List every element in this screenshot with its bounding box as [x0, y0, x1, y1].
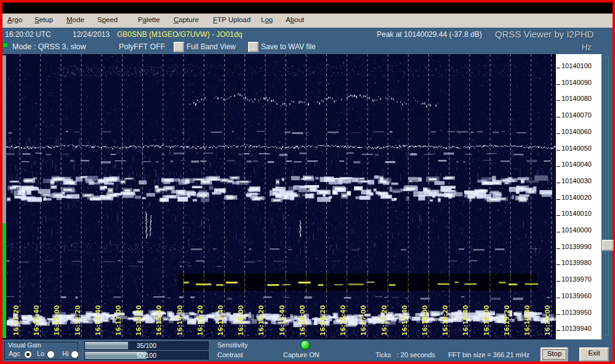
frequency-scale: 1014010010140090101400801014007010140060…: [556, 54, 601, 339]
stop-button[interactable]: Stop: [541, 347, 568, 362]
freq-tick: [557, 248, 560, 249]
full-band-view-checkbox[interactable]: [174, 42, 184, 52]
freq-label: 10140050: [561, 144, 592, 152]
freq-label: 10140090: [561, 79, 592, 86]
freq-tick: [557, 232, 560, 232]
main-area: 1014010010140090101400801014007010140060…: [2, 54, 613, 339]
sensitivity-slider[interactable]: 35/100: [84, 341, 209, 350]
menu-palette[interactable]: Palette: [138, 16, 160, 23]
contrast-slider[interactable]: 50/100: [84, 351, 209, 360]
exit-button[interactable]: Exit: [579, 347, 609, 362]
title-bar: [2, 2, 613, 14]
freq-tick: [557, 68, 560, 68]
visual-gain-option-label: Hi: [62, 350, 68, 357]
capture-status-label: Capture ON: [283, 351, 320, 358]
mode-label: Mode : QRSS 3, slow: [12, 42, 86, 51]
freq-label: 10140040: [561, 160, 592, 168]
polyfft-label[interactable]: PolyFFT OFF: [119, 42, 165, 51]
ticks-label: Ticks : 20 seconds: [376, 351, 435, 358]
freq-label: 10140100: [561, 62, 592, 69]
frequency-scrollbar-groove[interactable]: [605, 57, 609, 336]
menu-capture[interactable]: Capture: [174, 16, 199, 23]
freq-label: 10139970: [561, 275, 592, 283]
status-header: 16:20:02 UTC 12/24/2013 GB0SNB (M1GEO/G7…: [2, 28, 613, 54]
contrast-value: 50/100: [85, 352, 208, 359]
freq-tick: [557, 84, 560, 85]
callsign: GB0SNB (M1GEO/G7UVW) - JO01dq: [117, 30, 242, 39]
utc-time: 16:20:02 UTC: [5, 30, 51, 39]
freq-label: 10140010: [561, 210, 592, 217]
menu-mode[interactable]: Mode: [66, 16, 84, 23]
waterfall-display: [6, 54, 556, 339]
freq-tick: [557, 133, 560, 134]
frequency-scrollbar: [601, 54, 613, 339]
visual-gain-option-label: Agc: [9, 350, 20, 357]
freq-label: 10139950: [561, 309, 592, 316]
freq-label: 10140060: [561, 128, 592, 135]
hz-unit-label: Hz: [582, 42, 592, 52]
menu-ftp-upload[interactable]: FTP Upload: [213, 16, 251, 23]
argo-window: ArgoSetupModeSpeedPaletteCaptureFTP Uplo…: [0, 0, 615, 364]
visual-gain-option-label: Lo: [37, 350, 44, 357]
freq-tick: [557, 264, 560, 265]
freq-label: 10139980: [561, 259, 592, 266]
freq-tick: [557, 117, 560, 117]
freq-label: 10140030: [561, 177, 592, 184]
visual-gain-group: Visual Gain AgcLoHi: [4, 342, 78, 360]
freq-tick: [557, 330, 560, 331]
visual-gain-label: Visual Gain: [8, 341, 41, 349]
freq-tick: [557, 150, 560, 151]
menu-speed[interactable]: Speed: [97, 16, 118, 23]
fft-bin-size-label: FFT bin size = 366.21 mHz: [448, 351, 529, 358]
freq-tick: [557, 199, 560, 200]
control-footer: Visual Gain AgcLoHi 35/100 50/100 Sensit…: [2, 339, 613, 362]
save-to-wav-checkbox[interactable]: [248, 42, 259, 52]
menu-log[interactable]: Log: [261, 16, 273, 23]
freq-label: 10140020: [561, 194, 592, 201]
sensitivity-label: Sensitivity: [217, 341, 248, 349]
menu-setup[interactable]: Setup: [34, 16, 53, 23]
menu-about[interactable]: About: [286, 16, 304, 23]
peak-readout: Peak at 10140029.44 (-37.8 dB): [377, 30, 482, 39]
date: 12/24/2013: [73, 30, 110, 39]
visual-gain-radio-lo[interactable]: [47, 350, 55, 358]
freq-label: 10139960: [561, 292, 592, 299]
freq-label: 10140000: [561, 226, 592, 234]
freq-tick: [557, 314, 560, 315]
sensitivity-value: 35/100: [85, 342, 208, 349]
freq-label: 10140080: [561, 95, 592, 102]
frequency-scrollbar-thumb[interactable]: [602, 240, 614, 251]
freq-label: 10139940: [561, 325, 592, 332]
menu-bar: ArgoSetupModeSpeedPaletteCaptureFTP Uplo…: [2, 14, 613, 28]
contrast-label: Contrast: [217, 351, 243, 358]
menu-argo[interactable]: Argo: [7, 16, 22, 23]
freq-tick: [557, 183, 560, 183]
app-title: QRSS Viewer by I2PHD: [495, 29, 594, 39]
freq-label: 10139990: [561, 243, 592, 250]
freq-tick: [557, 215, 560, 216]
capture-led: [300, 340, 310, 350]
window-frame: ArgoSetupModeSpeedPaletteCaptureFTP Uplo…: [2, 2, 613, 362]
freq-tick: [557, 298, 560, 298]
freq-tick: [557, 100, 560, 101]
freq-label: 10140070: [561, 111, 592, 119]
visual-gain-radio-agc[interactable]: [24, 350, 32, 358]
freq-tick: [557, 166, 560, 167]
mode-indicator-led: [2, 42, 8, 48]
save-to-wav-label: Save to WAV file: [261, 42, 316, 51]
freq-tick: [557, 281, 560, 282]
full-band-view-label: Full Band View: [187, 42, 236, 51]
visual-gain-radio-hi[interactable]: [71, 350, 79, 358]
